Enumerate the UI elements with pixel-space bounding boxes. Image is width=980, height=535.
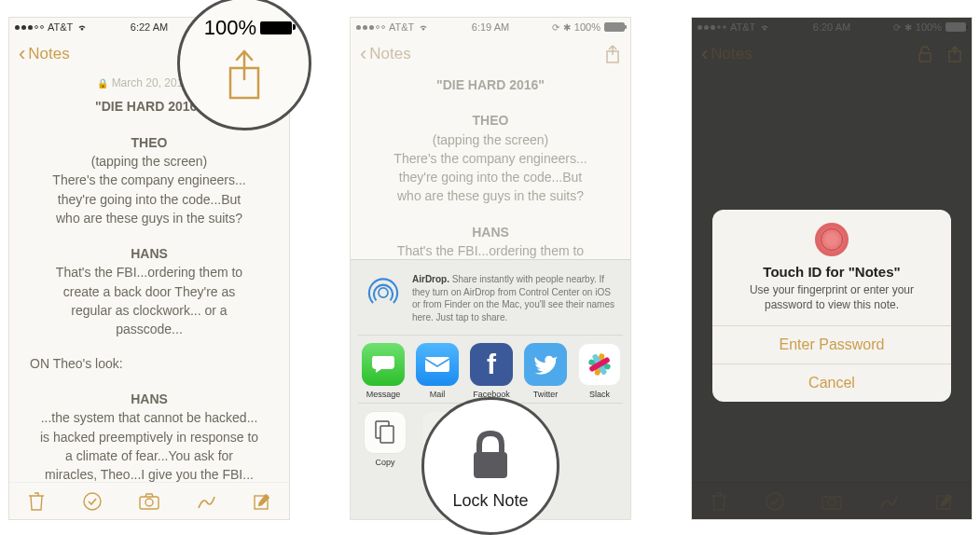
speaker-label: HANS [30, 244, 269, 263]
nav-bar: ‹ Notes [351, 36, 630, 72]
dialog-line: who are these guys in the suits? [371, 186, 610, 205]
share-message-button[interactable]: Message [362, 343, 405, 399]
status-bar: AT&T 6:19 AM ⟳ ✱ 100% [351, 18, 630, 36]
share-mail-button[interactable]: Mail [416, 343, 459, 399]
dialog-line: they're going into the code...But [371, 168, 610, 186]
touch-id-alert: Touch ID for "Notes" Use your fingerprin… [712, 210, 951, 402]
speaker-label: HANS [30, 390, 269, 408]
svg-point-6 [379, 288, 388, 297]
compose-icon[interactable] [253, 492, 271, 511]
battery-percent-label: 100% [204, 16, 256, 40]
alert-title: Touch ID for "Notes" [712, 264, 951, 280]
svg-rect-14 [474, 452, 507, 478]
lock-note-label: Lock Note [452, 491, 528, 511]
app-label: Message [366, 390, 401, 399]
share-apps-row: Message Mail f Facebook Twitter Slack [358, 335, 623, 403]
dialog-line: regular as clockwork... or a [30, 301, 269, 320]
camera-icon[interactable] [138, 492, 160, 511]
sketch-icon[interactable] [196, 491, 216, 512]
back-label: Notes [369, 45, 410, 63]
chevron-left-icon: ‹ [360, 44, 366, 64]
share-icon[interactable] [604, 44, 621, 64]
bottom-toolbar [9, 482, 289, 519]
callout-lock-note: Lock Note [421, 397, 559, 535]
note-content: "DIE HARD 2016" THEO (tapping the screen… [351, 72, 630, 260]
dialog-line: they're going into the code...But [30, 190, 269, 209]
battery-icon [604, 22, 625, 32]
speaker-label: THEO [30, 133, 269, 152]
twitter-icon [532, 354, 559, 375]
airdrop-section[interactable]: AirDrop. Share instantly with people nea… [358, 269, 623, 335]
enter-password-button[interactable]: Enter Password [712, 325, 951, 364]
svg-point-2 [145, 499, 153, 506]
note-content[interactable]: 🔒March 20, 2016 at "DIE HARD 2016" THEO … [9, 72, 289, 520]
share-slack-button[interactable]: Slack [578, 343, 621, 399]
chevron-left-icon: ‹ [19, 44, 25, 64]
cancel-button[interactable]: Cancel [712, 364, 951, 402]
dialog-line: There's the company engineers... [371, 149, 610, 168]
dialog-line: That's the FBI...ordering them to [30, 263, 269, 281]
speaker-label: HANS [371, 223, 610, 241]
mail-icon [423, 355, 451, 374]
share-facebook-button[interactable]: f Facebook [470, 343, 513, 399]
dialog-line: a climate of fear...You ask for [30, 446, 269, 465]
alert-body: Use your fingerprint or enter your passw… [712, 280, 951, 325]
battery-icon [260, 21, 292, 34]
dialog-line: create a back door They're as [30, 282, 269, 301]
dialog-line: is hacked preemptively in response to [30, 428, 269, 446]
stage-direction: ON Theo's look: [30, 354, 269, 373]
svg-point-0 [84, 493, 101, 510]
app-label: Twitter [533, 390, 559, 399]
dialog-line: There's the company engineers... [30, 171, 269, 189]
checklist-icon[interactable] [82, 491, 103, 512]
svg-rect-13 [380, 426, 393, 443]
back-button[interactable]: ‹ Notes [19, 44, 70, 64]
stage-direction: (tapping the screen) [30, 152, 269, 171]
lock-icon: 🔒 [97, 78, 108, 89]
touch-id-icon [815, 223, 849, 256]
dialog-line: who are these guys in the suits? [30, 209, 269, 227]
trash-icon[interactable] [27, 491, 46, 512]
share-twitter-button[interactable]: Twitter [524, 343, 567, 399]
share-icon[interactable] [221, 48, 268, 103]
airdrop-text: AirDrop. Share instantly with people nea… [412, 273, 617, 323]
stage-direction: (tapping the screen) [371, 130, 610, 149]
back-button[interactable]: ‹ Notes [360, 44, 411, 64]
back-label: Notes [28, 45, 69, 63]
svg-rect-7 [425, 357, 449, 372]
clock-label: 6:19 AM [351, 21, 630, 33]
dialog-line: passcode... [30, 320, 269, 338]
action-label: Copy [375, 458, 394, 467]
copy-icon [373, 418, 397, 446]
app-label: Mail [430, 390, 446, 399]
app-label: Slack [589, 390, 610, 399]
airdrop-icon [364, 273, 403, 312]
lock-icon [462, 426, 518, 482]
message-icon [370, 354, 396, 375]
facebook-icon: f [487, 349, 496, 380]
dialog-line: That's the FBI...ordering them to [371, 241, 610, 260]
note-title: "DIE HARD 2016" [371, 75, 610, 94]
speaker-label: THEO [371, 111, 610, 130]
dialog-line: ...the system that cannot be hacked... [30, 408, 269, 427]
slack-icon [586, 350, 614, 378]
copy-button[interactable]: Copy [362, 411, 408, 467]
screenshot-3: AT&T 6:20 AM ⟳ ✱ 100% ‹ Notes Touch ID f… [691, 17, 973, 520]
callout-battery-share: 100% [177, 0, 311, 130]
